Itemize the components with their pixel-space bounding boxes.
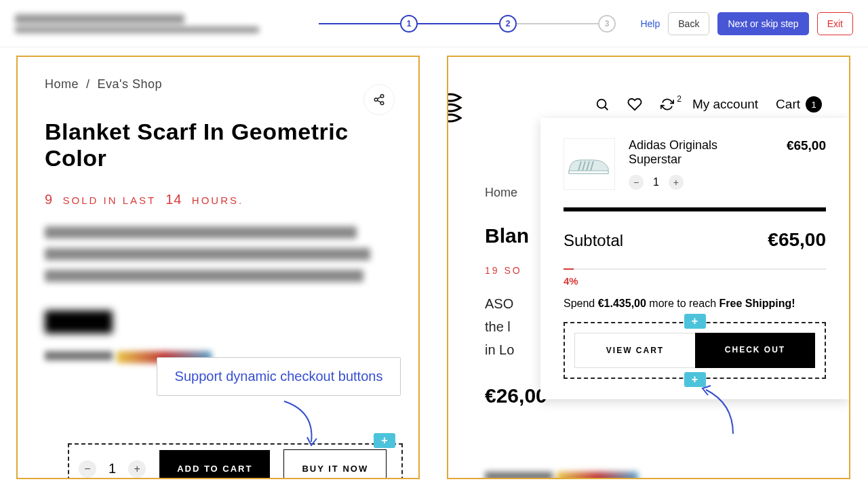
editor-add-above-button[interactable]: +: [374, 433, 395, 448]
svg-point-0: [380, 95, 384, 98]
heart-icon: [627, 97, 642, 112]
exit-button[interactable]: Exit: [817, 12, 853, 35]
subtotal-label: Subtotal: [564, 231, 623, 250]
cart-item-name[interactable]: Adidas Originals Superstar: [629, 138, 773, 167]
top-bar: 1 2 3 Help Back Next or skip step Exit: [0, 0, 868, 47]
breadcrumb: Home / Eva's Shop: [45, 77, 391, 92]
social-proof: 9 SOLD IN LAST 14 HOURS.: [45, 192, 391, 207]
svg-line-3: [377, 97, 380, 99]
cart-label: Cart: [776, 97, 800, 112]
share-icon: [373, 94, 385, 106]
view-cart-button[interactable]: VIEW CART: [574, 333, 695, 368]
shoe-icon: [566, 150, 612, 178]
qty-value: 1: [108, 461, 116, 476]
breadcrumb-home[interactable]: Home: [45, 77, 79, 91]
svg-point-2: [380, 102, 384, 105]
step-3[interactable]: 3: [598, 15, 616, 33]
free-shipping-progress: [564, 268, 826, 270]
checkout-button[interactable]: CHECK OUT: [695, 333, 815, 368]
share-button[interactable]: [363, 84, 395, 115]
cart-item-image[interactable]: [564, 138, 615, 190]
svg-point-7: [597, 100, 606, 108]
cart-link[interactable]: Cart 1: [776, 96, 822, 113]
search-icon: [595, 97, 610, 112]
step-1[interactable]: 1: [400, 15, 418, 33]
right-preview-panel: 2 My account Cart 1 Home Blan 19 SO ASO …: [447, 56, 850, 479]
add-to-cart-button[interactable]: ADD TO CART: [159, 450, 270, 479]
qty-minus-button[interactable]: −: [79, 460, 96, 478]
my-account-link[interactable]: My account: [692, 97, 758, 112]
refresh-icon: [660, 98, 674, 111]
help-link[interactable]: Help: [640, 18, 660, 29]
callout-dynamic-checkout: Support dynamic checkout buttons: [157, 357, 401, 396]
breadcrumb-shop[interactable]: Eva's Shop: [98, 77, 163, 91]
description-blurred: [45, 226, 391, 282]
qty-value: 1: [653, 176, 659, 188]
svg-line-4: [377, 100, 380, 102]
logo-icon: [447, 91, 467, 125]
cart-count-badge: 1: [806, 96, 822, 113]
store-header: 2 My account Cart 1: [475, 96, 822, 113]
price-blurred: [45, 310, 113, 333]
divider: [564, 207, 826, 211]
buy-now-button[interactable]: BUY IT NOW: [283, 449, 387, 479]
compare-button[interactable]: 2: [660, 97, 675, 112]
progress-percent: 4%: [564, 275, 826, 287]
badges-blurred: [485, 472, 638, 479]
callout-arrow-icon: [277, 398, 325, 452]
callout-arrow-icon: [696, 383, 743, 437]
quantity-stepper[interactable]: − 1 +: [79, 460, 146, 478]
product-title: Blanket Scarf In Geometric Color: [45, 119, 391, 171]
cart-buttons-region: + VIEW CART CHECK OUT +: [564, 322, 826, 379]
wishlist-button[interactable]: [627, 97, 642, 112]
mini-cart-popover: Adidas Originals Superstar − 1 + €65,00 …: [540, 118, 849, 399]
search-button[interactable]: [595, 97, 610, 112]
cart-item-price: €65,00: [787, 138, 826, 153]
free-shipping-message: Spend €1.435,00 more to reach Free Shipp…: [564, 298, 826, 310]
svg-rect-9: [569, 171, 608, 174]
left-preview-panel: Home / Eva's Shop Blanket Scarf In Geome…: [16, 56, 420, 479]
stepper: 1 2 3: [319, 15, 616, 33]
editor-add-above-button[interactable]: +: [684, 314, 706, 329]
qty-minus-button[interactable]: −: [629, 175, 644, 190]
qty-plus-button[interactable]: +: [128, 460, 146, 478]
step-title-blurred: [15, 14, 259, 33]
svg-line-8: [605, 107, 608, 110]
add-to-cart-region: − 1 + ADD TO CART BUY IT NOW: [68, 443, 403, 479]
compare-count-badge: 2: [677, 94, 682, 104]
cart-item-qty-stepper[interactable]: − 1 +: [629, 175, 773, 190]
back-button[interactable]: Back: [668, 12, 709, 35]
next-button[interactable]: Next or skip step: [717, 12, 808, 35]
svg-point-1: [374, 98, 378, 102]
qty-plus-button[interactable]: +: [669, 175, 684, 190]
subtotal-value: €65,00: [768, 229, 826, 251]
step-2[interactable]: 2: [499, 15, 517, 33]
